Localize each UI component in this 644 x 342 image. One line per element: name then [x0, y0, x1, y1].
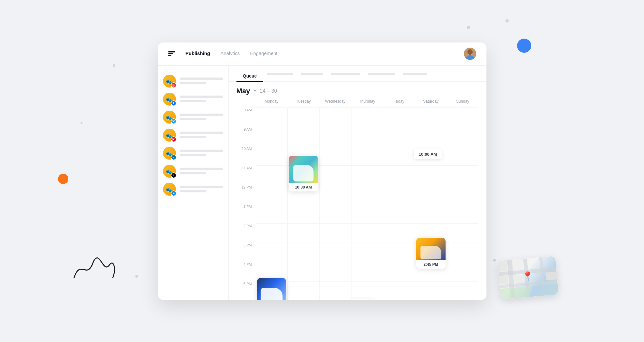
day-cell-5-1[interactable]: [415, 127, 447, 146]
day-cell-4-0[interactable]: [383, 107, 415, 127]
day-cell-5-0[interactable]: [415, 107, 447, 127]
day-cell-2-6[interactable]: [319, 223, 351, 243]
sidebar-item-linkedin[interactable]: 👟 in: [163, 145, 223, 161]
day-cell-2-7[interactable]: [319, 243, 351, 262]
day-cell-1-7[interactable]: [287, 243, 319, 262]
day-cell-4-2[interactable]: [383, 146, 415, 165]
day-cell-6-0[interactable]: [447, 107, 479, 127]
day-cell-0-4[interactable]: [256, 185, 288, 204]
sidebar-item-buffer[interactable]: 👟 ▶: [163, 181, 223, 197]
event-card-event-tuesday-1030[interactable]: 10:30 AM: [289, 156, 318, 191]
time-label-5: 1 PM: [236, 204, 256, 223]
day-cell-6-9[interactable]: [447, 281, 479, 300]
day-cell-6-4[interactable]: [447, 185, 479, 204]
day-cell-0-0[interactable]: [256, 107, 288, 127]
bg-decoration-orange-dot: [58, 174, 68, 184]
day-cell-4-5[interactable]: [383, 204, 415, 223]
event-time-label-event-tuesday-1030: 10:30 AM: [289, 183, 318, 191]
sidebar-item-twitter[interactable]: 👟: [163, 109, 223, 125]
day-cell-6-2[interactable]: [447, 146, 479, 165]
day-cell-4-1[interactable]: [383, 127, 415, 146]
sidebar-item-facebook[interactable]: 👟 f: [163, 91, 223, 107]
day-cell-2-1[interactable]: [319, 127, 351, 146]
day-cell-2-8[interactable]: [319, 262, 351, 281]
svg-point-17: [173, 85, 174, 86]
day-cell-4-4[interactable]: [383, 185, 415, 204]
calendar-header: May • 24 – 30: [229, 82, 486, 98]
day-cell-2-4[interactable]: [319, 185, 351, 204]
day-cell-1-1[interactable]: [287, 127, 319, 146]
day-cell-3-0[interactable]: [351, 107, 383, 127]
time-label-9: 5 PM: [236, 281, 256, 300]
day-cell-5-5[interactable]: [415, 204, 447, 223]
day-cell-3-6[interactable]: [351, 223, 383, 243]
event-card-event-saturday-1000[interactable]: 10:00 AM: [414, 149, 442, 159]
day-cell-2-5[interactable]: [319, 204, 351, 223]
day-cell-0-1[interactable]: [256, 127, 288, 146]
day-cell-5-4[interactable]: [415, 185, 447, 204]
day-cell-1-5[interactable]: [287, 204, 319, 223]
day-cell-3-5[interactable]: [351, 204, 383, 223]
nav-publishing[interactable]: Publishing: [186, 51, 210, 57]
day-cell-2-0[interactable]: [319, 107, 351, 127]
twitter-badge: [171, 118, 177, 124]
day-cell-6-6[interactable]: [447, 223, 479, 243]
day-cell-3-3[interactable]: [351, 165, 383, 185]
day-cell-4-3[interactable]: [383, 165, 415, 185]
day-cell-0-2[interactable]: [256, 146, 288, 165]
day-header-friday: Friday: [383, 98, 415, 105]
day-cell-2-9[interactable]: [319, 281, 351, 300]
day-cell-4-6[interactable]: [383, 223, 415, 243]
day-cell-0-3[interactable]: [256, 165, 288, 185]
day-cell-1-9[interactable]: [287, 281, 319, 300]
pinterest-text: [180, 132, 223, 138]
day-cell-2-2[interactable]: [319, 146, 351, 165]
day-cell-3-4[interactable]: [351, 185, 383, 204]
tab-queue[interactable]: Queue: [236, 71, 264, 82]
time-label-6: 2 PM: [236, 223, 256, 243]
instagram-badge: [171, 82, 177, 88]
sidebar-item-instagram[interactable]: 👟: [163, 73, 223, 89]
day-cell-3-1[interactable]: [351, 127, 383, 146]
event-card-event-saturday-245[interactable]: 2:45 PM: [416, 238, 446, 269]
day-cell-2-3[interactable]: [319, 165, 351, 185]
tiktok-badge: ♪: [171, 172, 177, 178]
tiktok-text: [180, 168, 223, 174]
nav-analytics[interactable]: Analytics: [220, 51, 240, 57]
day-cell-0-6[interactable]: [256, 223, 288, 243]
day-cell-4-8[interactable]: [383, 262, 415, 281]
time-label-8: 4 PM: [236, 262, 256, 281]
sidebar-item-tiktok[interactable]: 👟 ♪: [163, 163, 223, 179]
nav-engagement[interactable]: Engagement: [250, 51, 277, 57]
day-cell-0-5[interactable]: [256, 204, 288, 223]
day-cell-5-3[interactable]: [415, 165, 447, 185]
time-label-3: 11 AM: [236, 165, 256, 185]
day-cell-4-9[interactable]: [383, 281, 415, 300]
day-cell-3-7[interactable]: [351, 243, 383, 262]
event-card-event-thursday-545[interactable]: 5:45 PM: [350, 299, 376, 300]
event-card-event-monday-450[interactable]: 4:50 PM: [257, 278, 286, 300]
map-decoration: 📍: [497, 256, 559, 299]
calendar-sub-tabs: Queue: [229, 66, 486, 82]
day-cell-6-8[interactable]: [447, 262, 479, 281]
day-cell-3-8[interactable]: [351, 262, 383, 281]
day-cell-6-7[interactable]: [447, 243, 479, 262]
svg-rect-6: [513, 259, 524, 270]
svg-rect-7: [499, 276, 508, 284]
day-cell-4-7[interactable]: [383, 243, 415, 262]
sidebar-item-pinterest[interactable]: 👟 P: [163, 127, 223, 143]
day-cell-0-7[interactable]: [256, 243, 288, 262]
day-cell-1-8[interactable]: [287, 262, 319, 281]
day-cell-6-5[interactable]: [447, 204, 479, 223]
bg-decoration-dot-1: [505, 19, 509, 23]
day-cell-6-3[interactable]: [447, 165, 479, 185]
day-cell-1-0[interactable]: [287, 107, 319, 127]
event-image-event-monday-450: [257, 278, 286, 300]
day-cell-3-9[interactable]: [351, 281, 383, 300]
user-avatar[interactable]: [464, 48, 476, 60]
day-cell-3-2[interactable]: [351, 146, 383, 165]
day-cell-5-9[interactable]: [415, 281, 447, 300]
time-label-7: 3 PM: [236, 243, 256, 262]
day-cell-1-6[interactable]: [287, 223, 319, 243]
day-cell-6-1[interactable]: [447, 127, 479, 146]
